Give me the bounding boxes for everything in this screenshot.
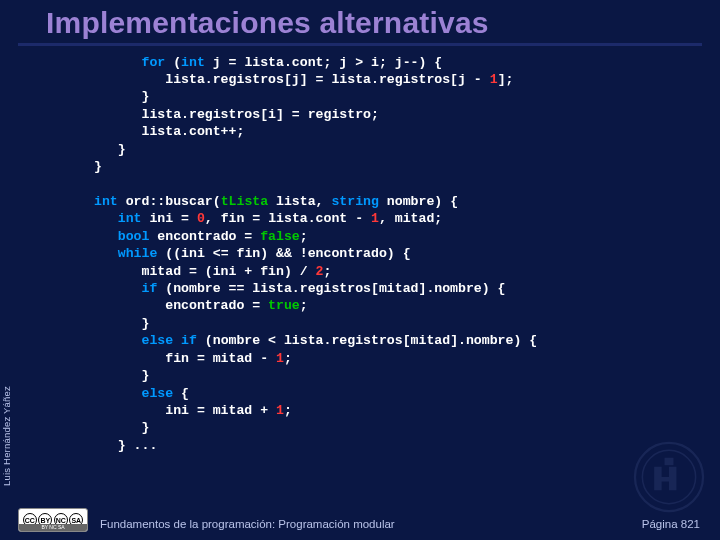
code-text: mitad = (ini + fin) / <box>94 264 316 279</box>
code-text: ; <box>284 403 292 418</box>
code-text <box>94 333 141 348</box>
title-wrap: Implementaciones alternativas <box>18 0 702 46</box>
code-text: nombre) { <box>379 194 458 209</box>
code-text: lista.cont++; <box>94 124 244 139</box>
footer-left: Fundamentos de la programación: Programa… <box>100 518 395 530</box>
footer-right: Página 821 <box>642 518 700 530</box>
code-text: ini = mitad + <box>94 403 276 418</box>
code-text: , fin = lista.cont - <box>205 211 371 226</box>
code-text: ((ini <= fin) && !encontrado) { <box>157 246 410 261</box>
code-text: encontrado = <box>94 298 268 313</box>
code-text <box>94 386 141 401</box>
code-text <box>94 211 118 226</box>
watermark-seal <box>632 440 706 514</box>
code-text <box>94 281 141 296</box>
code-text: } <box>94 316 149 331</box>
keyword: if <box>141 281 157 296</box>
number: 1 <box>276 351 284 366</box>
keyword: else if <box>141 333 196 348</box>
svg-rect-2 <box>665 458 674 465</box>
code-text: fin = mitad - <box>94 351 276 366</box>
code-text: ; <box>300 298 308 313</box>
code-text: ]; <box>498 72 514 87</box>
keyword: while <box>118 246 158 261</box>
number: 2 <box>316 264 324 279</box>
footer: Fundamentos de la programación: Programa… <box>100 518 700 530</box>
code-text: } <box>94 159 102 174</box>
number: 1 <box>276 403 284 418</box>
code-block: for (int j = lista.cont; j > i; j--) { l… <box>0 52 720 455</box>
code-text: } <box>94 142 126 157</box>
type: tLista <box>221 194 268 209</box>
code-text: ord::buscar( <box>118 194 221 209</box>
code-text <box>94 246 118 261</box>
cc-license-badge: CC BY NC SA BY NC SA <box>18 508 88 532</box>
code-text <box>94 229 118 244</box>
author-label: Luis Hernández Yáñez <box>1 386 12 486</box>
code-text <box>94 55 141 70</box>
keyword: for <box>141 55 165 70</box>
keyword: int <box>181 55 205 70</box>
code-text: lista, <box>268 194 331 209</box>
code-text: , mitad; <box>379 211 442 226</box>
page-title: Implementaciones alternativas <box>46 6 674 43</box>
value: true <box>268 298 300 313</box>
keyword: int <box>94 194 118 209</box>
number: 0 <box>197 211 205 226</box>
code-text: ; <box>300 229 308 244</box>
cc-label: BY NC SA <box>19 524 87 531</box>
code-text: } <box>94 368 149 383</box>
code-text: } <box>94 420 149 435</box>
seal-icon <box>632 440 706 514</box>
code-text: { <box>173 386 189 401</box>
code-text: } <box>94 89 149 104</box>
code-text: (nombre < lista.registros[mitad].nombre)… <box>197 333 537 348</box>
keyword: string <box>331 194 378 209</box>
keyword: bool <box>118 229 150 244</box>
value: false <box>260 229 300 244</box>
number: 1 <box>490 72 498 87</box>
keyword: else <box>141 386 173 401</box>
code-text: ini = <box>142 211 197 226</box>
slide: Implementaciones alternativas for (int j… <box>0 0 720 540</box>
number: 1 <box>371 211 379 226</box>
code-text: lista.registros[j] = lista.registros[j - <box>94 72 490 87</box>
code-text: ( <box>165 55 181 70</box>
code-text: encontrado = <box>149 229 260 244</box>
code-text: j = lista.cont; j > i; j--) { <box>205 55 442 70</box>
keyword: int <box>118 211 142 226</box>
code-text: (nombre == lista.registros[mitad].nombre… <box>157 281 505 296</box>
code-text: ; <box>324 264 332 279</box>
code-text: lista.registros[i] = registro; <box>94 107 379 122</box>
code-text: ; <box>284 351 292 366</box>
code-text: } ... <box>94 438 157 453</box>
